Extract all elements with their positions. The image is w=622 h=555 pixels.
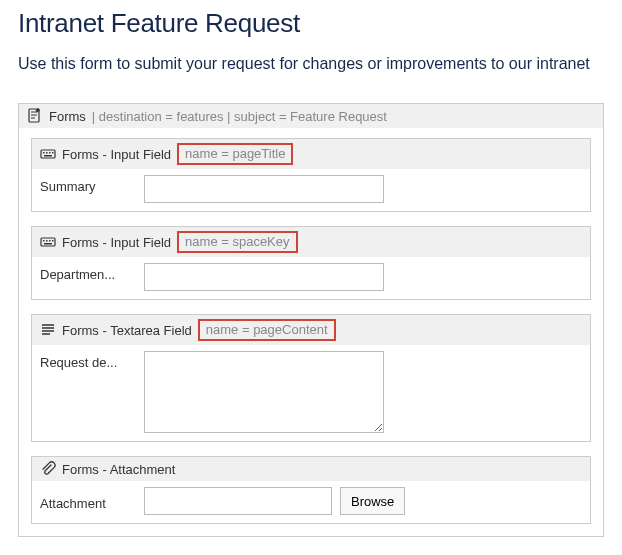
forms-macro: Forms | destination = features | subject… — [18, 103, 604, 537]
field-page-content: Forms - Textarea Field name = pageConten… — [31, 314, 591, 442]
summary-input[interactable] — [144, 175, 384, 203]
field-attachment: Forms - Attachment Attachment Browse — [31, 456, 591, 524]
field-page-title: Forms - Input Field name = pageTitle Sum… — [31, 138, 591, 212]
field-header: Forms - Input Field name = pageTitle — [32, 139, 590, 169]
department-input[interactable] — [144, 263, 384, 291]
attachment-filename-box — [144, 487, 332, 515]
forms-macro-header: Forms | destination = features | subject… — [19, 104, 603, 128]
macro-body: Forms - Input Field name = pageTitle Sum… — [19, 128, 603, 536]
keyboard-icon — [40, 146, 56, 162]
svg-rect-11 — [52, 240, 54, 242]
svg-rect-8 — [43, 240, 45, 242]
keyboard-icon — [40, 234, 56, 250]
field-label-request-details: Request de... — [40, 351, 136, 370]
macro-params: | destination = features | subject = Fea… — [92, 109, 387, 124]
page-subtitle: Use this form to submit your request for… — [18, 53, 604, 75]
paperclip-icon — [40, 461, 56, 477]
request-details-textarea[interactable] — [144, 351, 384, 433]
field-param-badge: name = pageContent — [198, 319, 336, 341]
field-label-summary: Summary — [40, 175, 136, 194]
browse-button[interactable]: Browse — [340, 487, 405, 515]
field-param-badge: name = pageTitle — [177, 143, 293, 165]
field-header: Forms - Input Field name = spaceKey — [32, 227, 590, 257]
svg-rect-3 — [46, 152, 48, 154]
field-type-label: Forms - Attachment — [62, 462, 175, 477]
field-type-label: Forms - Input Field — [62, 235, 171, 250]
macro-title: Forms — [49, 109, 86, 124]
svg-rect-6 — [44, 155, 52, 157]
svg-rect-1 — [41, 150, 55, 158]
textarea-icon — [40, 322, 56, 338]
svg-rect-10 — [49, 240, 51, 242]
svg-rect-4 — [49, 152, 51, 154]
field-type-label: Forms - Textarea Field — [62, 323, 192, 338]
field-param-badge: name = spaceKey — [177, 231, 297, 253]
field-header: Forms - Attachment — [32, 457, 590, 481]
field-type-label: Forms - Input Field — [62, 147, 171, 162]
field-label-attachment: Attachment — [40, 492, 136, 511]
svg-rect-7 — [41, 238, 55, 246]
svg-rect-9 — [46, 240, 48, 242]
svg-rect-2 — [43, 152, 45, 154]
field-header: Forms - Textarea Field name = pageConten… — [32, 315, 590, 345]
svg-rect-12 — [44, 243, 52, 245]
page-title: Intranet Feature Request — [18, 8, 604, 39]
form-icon — [27, 108, 43, 124]
field-space-key: Forms - Input Field name = spaceKey Depa… — [31, 226, 591, 300]
field-label-department: Departmen... — [40, 263, 136, 282]
svg-rect-5 — [52, 152, 54, 154]
